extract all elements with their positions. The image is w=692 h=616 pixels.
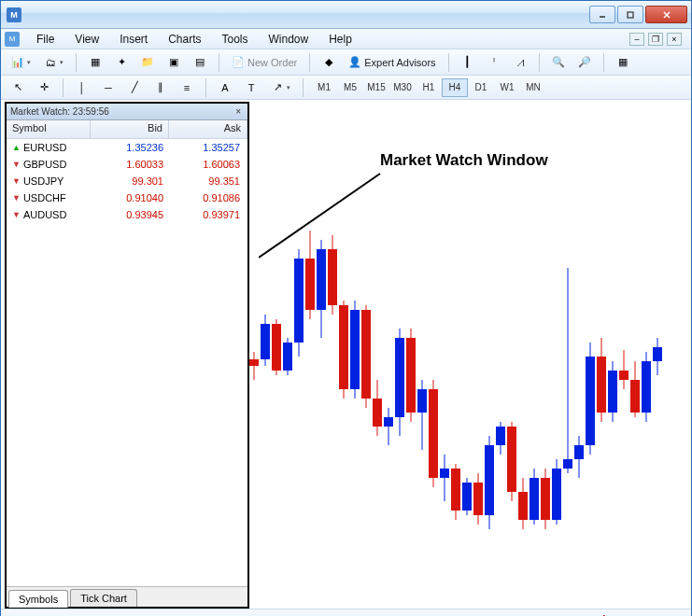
new-order-button[interactable]: 📄New Order	[227, 52, 302, 73]
market-watch-close-button[interactable]: ×	[233, 106, 244, 117]
close-button[interactable]	[645, 6, 687, 23]
candle-chart-icon: ᴵ	[487, 56, 501, 69]
symbol-row-usdchf[interactable]: ▼USDCHF0.910400.91086	[7, 189, 247, 206]
tile-windows-button[interactable]: ▦	[612, 52, 634, 73]
svg-rect-27	[373, 399, 382, 427]
tester-icon: ▤	[193, 56, 206, 69]
svg-rect-29	[384, 417, 393, 427]
arrows-tool[interactable]: ↗▾	[266, 77, 295, 98]
text-icon: A	[219, 81, 232, 94]
menu-help[interactable]: Help	[319, 31, 361, 48]
svg-rect-15	[305, 259, 315, 310]
new-chart-icon: 📊	[11, 56, 24, 69]
candle-chart-button[interactable]: ᴵ	[483, 52, 505, 73]
tab-tick-chart[interactable]: Tick Chart	[70, 589, 137, 607]
timeframe-m30[interactable]: M30	[389, 78, 416, 97]
channel-tool[interactable]: ∥	[149, 77, 172, 98]
symbol-row-audusd[interactable]: ▼AUDUSD0.939450.93971	[7, 206, 247, 223]
symbol-row-eurusd[interactable]: ▲EURUSD1.352361.35257	[7, 139, 247, 156]
tab-symbols[interactable]: Symbols	[8, 590, 68, 608]
child-restore-button[interactable]: ❐	[648, 33, 663, 46]
profiles-button[interactable]: 🗂▾	[39, 52, 68, 73]
timeframe-m15[interactable]: M15	[363, 78, 389, 97]
svg-rect-55	[530, 478, 539, 520]
annotation-label: Market Watch Window	[380, 151, 548, 170]
symbol-row-gbpusd[interactable]: ▼GBPUSD1.600331.60063	[7, 156, 247, 173]
menu-insert[interactable]: Insert	[110, 31, 157, 48]
timeframe-w1[interactable]: W1	[494, 78, 520, 97]
menu-charts[interactable]: Charts	[159, 31, 210, 48]
header-bid[interactable]: Bid	[91, 120, 169, 138]
svg-rect-71	[619, 371, 628, 380]
timeframe-h4[interactable]: H4	[442, 78, 468, 97]
hline-icon: ─	[102, 81, 115, 94]
tile-icon: ▦	[616, 56, 629, 69]
market-watch-panel: Market Watch: 23:59:56 × Symbol Bid Ask …	[5, 102, 249, 609]
svg-rect-23	[350, 310, 360, 389]
svg-rect-39	[440, 469, 449, 478]
maximize-button[interactable]	[617, 6, 643, 23]
fibo-tool[interactable]: ≡	[176, 77, 198, 98]
header-ask[interactable]: Ask	[169, 120, 247, 138]
vline-tool[interactable]: │	[71, 77, 93, 98]
market-watch-toggle[interactable]: ▦	[84, 52, 106, 73]
trendline-tool[interactable]: ╱	[123, 77, 146, 98]
svg-rect-19	[328, 249, 337, 305]
svg-rect-69	[608, 371, 617, 413]
menu-file[interactable]: File	[27, 31, 64, 48]
child-minimize-button[interactable]: –	[629, 33, 644, 46]
svg-rect-47	[485, 445, 494, 515]
svg-rect-21	[339, 305, 348, 389]
navigator-toggle[interactable]: ✦	[110, 52, 133, 73]
zoom-out-button[interactable]: 🔎	[573, 52, 596, 73]
channel-icon: ∥	[154, 81, 167, 94]
svg-rect-37	[429, 389, 438, 478]
svg-rect-25	[361, 310, 371, 399]
market-watch-icon: ▦	[89, 56, 102, 69]
metaeditor-button[interactable]: ◆	[318, 52, 340, 73]
timeframe-m5[interactable]: M5	[337, 78, 363, 97]
menu-tools[interactable]: Tools	[213, 31, 258, 48]
data-window-toggle[interactable]: 📁	[136, 52, 159, 73]
expert-advisors-button[interactable]: 👤Expert Advisors	[344, 52, 440, 73]
svg-rect-57	[541, 478, 550, 520]
crosshair-tool[interactable]: ✛	[33, 77, 55, 98]
timeframe-m1[interactable]: M1	[311, 78, 337, 97]
timeframe-h1[interactable]: H1	[416, 78, 442, 97]
strategy-tester-toggle[interactable]: ▤	[189, 52, 211, 73]
timeframe-mn[interactable]: MN	[520, 78, 546, 97]
menu-view[interactable]: View	[65, 31, 108, 48]
cursor-tool[interactable]: ↖	[7, 77, 29, 98]
market-watch-rows: ▲EURUSD1.352361.35257▼GBPUSD1.600331.600…	[7, 139, 247, 586]
svg-rect-51	[507, 427, 516, 492]
ask-value: 1.35257	[169, 142, 247, 153]
label-tool[interactable]: T	[240, 77, 262, 98]
hline-tool[interactable]: ─	[97, 77, 120, 98]
svg-rect-5	[249, 359, 259, 366]
app-menu-icon: M	[5, 32, 20, 47]
bar-chart-button[interactable]: ┃	[457, 52, 479, 73]
line-chart-button[interactable]: ⩘	[509, 52, 531, 73]
header-symbol[interactable]: Symbol	[7, 120, 91, 138]
arrows-icon: ↗	[271, 81, 284, 94]
new-chart-button[interactable]: 📊▾	[7, 52, 35, 73]
svg-rect-41	[451, 469, 460, 511]
zoom-in-button[interactable]: 🔍	[547, 52, 570, 73]
symbol-row-usdjpy[interactable]: ▼USDJPY99.30199.351	[7, 173, 247, 189]
line-chart-icon: ⩘	[514, 56, 527, 69]
child-close-button[interactable]: ×	[667, 33, 682, 46]
minimize-button[interactable]	[589, 6, 615, 23]
market-watch-tabs: Symbols Tick Chart	[7, 586, 247, 607]
svg-rect-17	[317, 249, 326, 310]
terminal-icon: ▣	[167, 56, 180, 69]
svg-rect-9	[272, 324, 281, 371]
terminal-toggle[interactable]: ▣	[162, 52, 185, 73]
menu-window[interactable]: Window	[260, 31, 318, 48]
text-tool[interactable]: A	[214, 77, 236, 98]
direction-icon: ▼	[12, 176, 21, 186]
svg-rect-33	[406, 338, 416, 413]
bid-value: 0.93945	[91, 209, 169, 220]
chart-area[interactable]: Market Watch Window	[249, 100, 691, 609]
timeframe-d1[interactable]: D1	[468, 78, 494, 97]
cursor-icon: ↖	[11, 81, 24, 94]
